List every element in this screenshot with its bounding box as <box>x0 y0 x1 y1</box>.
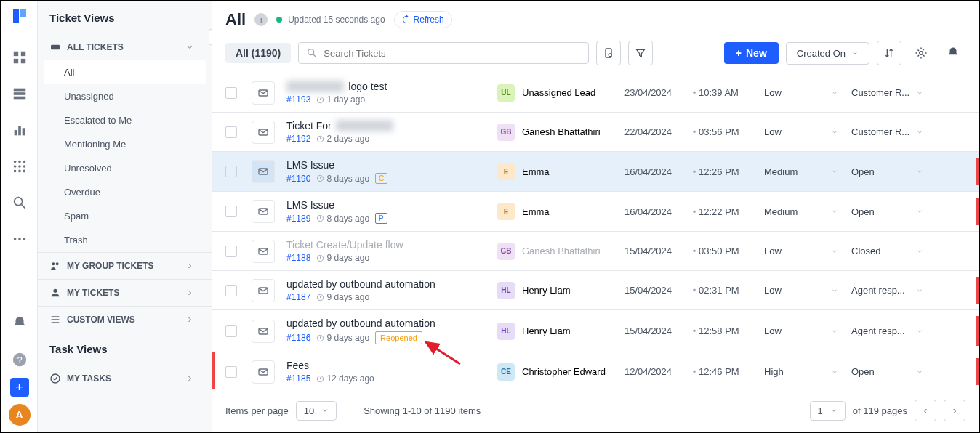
bell-icon[interactable] <box>12 315 28 331</box>
ticket-id[interactable]: #1186 <box>286 333 310 343</box>
of-pages-text: of 119 pages <box>853 405 907 416</box>
ticket-id[interactable]: #1190 <box>286 174 310 184</box>
priority-dropdown[interactable]: Low <box>764 246 851 256</box>
ticket-title: LMS Issue <box>286 159 497 171</box>
refresh-button[interactable]: Refresh <box>394 11 452 28</box>
priority-dropdown[interactable]: Low <box>764 285 851 296</box>
search-icon[interactable] <box>12 195 28 211</box>
sidebar-item-unassigned[interactable]: Unassigned <box>38 84 212 108</box>
status-dropdown[interactable]: Closed <box>851 246 928 256</box>
mail-icon <box>257 325 269 337</box>
ticket-id[interactable]: #1193 <box>286 94 310 105</box>
status-dropdown[interactable]: Customer R... <box>851 87 928 98</box>
priority-dropdown[interactable]: Medium <box>764 166 851 177</box>
svg-point-24 <box>18 238 21 240</box>
ticket-row[interactable]: updated by outbound automation#1187 9 da… <box>212 271 979 310</box>
row-checkbox[interactable] <box>225 206 237 217</box>
ticket-row[interactable]: LMS Issue#1190 8 days agoCEEmma16/04/202… <box>212 152 979 192</box>
ticket-row[interactable]: ████████ logo test#1193 1 day agoULUnass… <box>212 73 979 113</box>
row-checkbox[interactable] <box>225 285 237 296</box>
svg-rect-6 <box>13 89 25 92</box>
priority-dropdown[interactable]: Low <box>764 87 851 98</box>
assignee-cell: CEChristopher Edward <box>497 363 624 381</box>
status-dropdown[interactable]: Open <box>851 366 928 377</box>
ticket-id[interactable]: #1189 <box>286 214 310 224</box>
status-dropdown[interactable]: Open <box>851 206 928 217</box>
user-avatar[interactable]: A <box>9 404 31 426</box>
ticket-row[interactable]: Fees#1185 12 days agoCEChristopher Edwar… <box>212 352 979 389</box>
more-icon[interactable] <box>12 231 28 247</box>
ticket-id[interactable]: #1185 <box>286 373 310 384</box>
time-cell: 03:56 PM <box>699 126 764 137</box>
assignee-avatar: E <box>497 163 515 180</box>
section-my-tickets[interactable]: MY TICKETS <box>38 280 212 306</box>
priority-dropdown[interactable]: High <box>764 366 851 377</box>
section-my-tasks[interactable]: MY TASKS <box>38 365 212 392</box>
sidebar-item-all[interactable]: All <box>44 60 206 84</box>
row-checkbox[interactable] <box>225 325 237 337</box>
sort-direction-button[interactable] <box>877 41 901 65</box>
sidebar-item-mentioning-me[interactable]: Mentioning Me <box>38 132 212 156</box>
chevron-down-icon <box>831 248 838 255</box>
sort-dropdown[interactable]: Created On <box>786 42 869 65</box>
ticket-row[interactable]: Ticket Create/Update flow#1188 9 days ag… <box>212 232 979 271</box>
ticket-row[interactable]: updated by outbound automation#1186 9 da… <box>212 310 979 352</box>
row-checkbox[interactable] <box>225 166 237 177</box>
assignee-avatar: UL <box>497 84 515 102</box>
collapse-sidebar-button[interactable]: ‹ <box>209 29 212 45</box>
dashboard-icon[interactable] <box>12 49 28 65</box>
clipboard-search-button[interactable] <box>596 41 621 65</box>
section-label: CUSTOM VIEWS <box>67 315 135 325</box>
svg-point-31 <box>53 289 57 293</box>
ticket-id[interactable]: #1187 <box>286 292 310 302</box>
status-dropdown[interactable]: Customer R... <box>851 126 928 137</box>
add-button[interactable]: + <box>10 378 29 397</box>
section-label: MY GROUP TICKETS <box>67 261 154 271</box>
clock-icon <box>316 96 324 104</box>
search-input[interactable] <box>324 48 581 59</box>
priority-dropdown[interactable]: Low <box>764 126 851 137</box>
ticket-id[interactable]: #1192 <box>286 134 310 144</box>
assignee-name: Unassigned Lead <box>522 87 595 98</box>
row-checkbox[interactable] <box>225 366 237 378</box>
new-button[interactable]: +New <box>724 42 779 64</box>
sidebar-item-overdue[interactable]: Overdue <box>38 180 212 204</box>
next-page-button[interactable]: › <box>944 400 965 421</box>
section-custom-views[interactable]: CUSTOM VIEWS <box>38 307 212 333</box>
row-checkbox[interactable] <box>225 246 237 257</box>
filter-chip-all[interactable]: All (1190) <box>225 43 291 63</box>
status-dropdown[interactable]: Agent resp... <box>851 285 928 296</box>
ticket-row[interactable]: LMS Issue#1189 8 days agoPEEmma16/04/202… <box>212 192 979 232</box>
filter-button[interactable] <box>628 41 653 65</box>
ticket-age: 1 day ago <box>316 94 365 105</box>
chart-icon[interactable] <box>12 122 28 138</box>
sidebar-item-unresolved[interactable]: Unresolved <box>38 156 212 180</box>
priority-dropdown[interactable]: Medium <box>764 206 851 217</box>
ticket-row[interactable]: Ticket For ████████#1192 2 days agoGBGan… <box>212 113 979 152</box>
section-all-tickets[interactable]: ALL TICKETS <box>38 34 212 60</box>
status-dropdown[interactable]: Agent resp... <box>851 325 928 336</box>
svg-point-12 <box>13 161 16 163</box>
prev-page-button[interactable]: ‹ <box>915 400 936 421</box>
svg-rect-7 <box>13 92 25 95</box>
page-select[interactable]: 1 <box>810 401 846 421</box>
priority-dropdown[interactable]: Low <box>764 325 851 336</box>
ticket-id[interactable]: #1188 <box>286 253 310 263</box>
assignee-name: Emma <box>522 166 550 177</box>
search-input-wrapper[interactable] <box>298 42 589 64</box>
section-my-group-tickets[interactable]: MY GROUP TICKETS <box>38 253 212 279</box>
sidebar-item-escalated-to-me[interactable]: Escalated to Me <box>38 108 212 132</box>
table-icon[interactable] <box>12 86 28 102</box>
settings-button[interactable] <box>909 41 933 65</box>
apps-icon[interactable] <box>12 158 28 174</box>
status-dropdown[interactable]: Open <box>851 166 928 177</box>
sidebar-item-spam[interactable]: Spam <box>38 204 212 228</box>
help-icon[interactable]: ? <box>12 352 28 368</box>
items-per-page-select[interactable]: 10 <box>296 401 337 421</box>
sidebar-item-trash[interactable]: Trash <box>38 228 212 252</box>
info-icon[interactable]: i <box>254 13 268 26</box>
row-checkbox[interactable] <box>225 87 237 99</box>
svg-text:?: ? <box>17 355 22 365</box>
notifications-button[interactable] <box>941 41 965 65</box>
row-checkbox[interactable] <box>225 126 237 138</box>
